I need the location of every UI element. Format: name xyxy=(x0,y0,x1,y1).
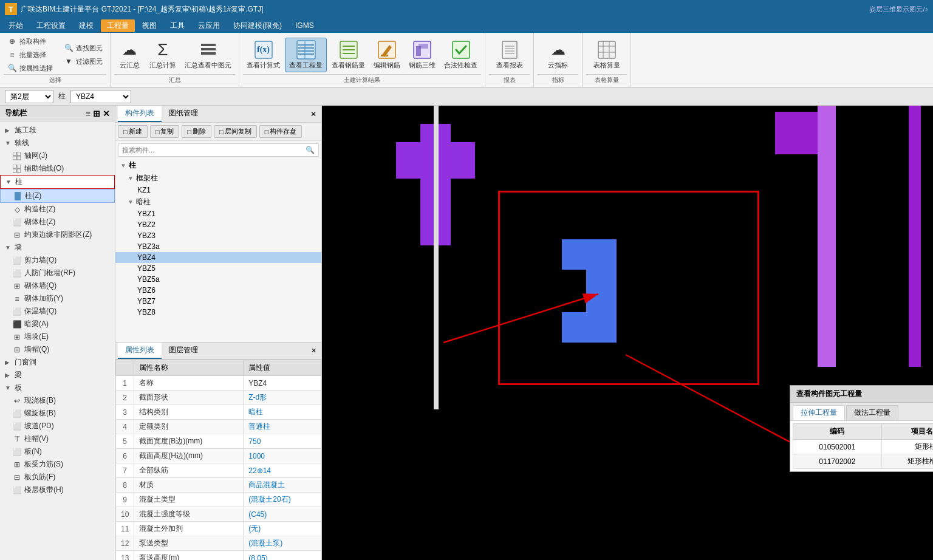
nav-insulation-wall[interactable]: ⬜ 保温墙(Q) xyxy=(0,305,115,318)
prop-value[interactable]: (8.05) xyxy=(244,551,321,561)
comp-item-ybz5[interactable]: YBZ5 xyxy=(115,263,321,274)
comp-item-ybz4[interactable]: YBZ4 xyxy=(115,252,321,263)
cloud-sum-btn[interactable]: ☁ 云汇总 xyxy=(114,38,145,72)
tab-props[interactable]: 属性列表 xyxy=(118,343,162,359)
prop-value[interactable]: 1000 xyxy=(244,449,321,463)
nav-masonry-addon[interactable]: ≡ 砌体加筋(Y) xyxy=(0,292,115,305)
nav-slab-n[interactable]: ⬜ 板(N) xyxy=(0,445,115,458)
nav-axes[interactable]: ▼ 轴线 xyxy=(0,137,115,149)
comp-item-ybz3a[interactable]: YBZ3a xyxy=(115,241,321,252)
nav-bolt-slab[interactable]: ⬜ 螺旋板(B) xyxy=(0,407,115,420)
view-sum-btn[interactable]: 汇总查看中图元 xyxy=(181,38,235,72)
view-formula-btn[interactable]: f(x) 查看计算式 xyxy=(243,38,284,72)
nav-aux-axis[interactable]: 辅助轴线(O) xyxy=(0,162,115,175)
view-rebar-qty-btn[interactable]: 查看钢筋量 xyxy=(328,38,369,72)
nav-hidden-beam[interactable]: ⬛ 暗梁(A) xyxy=(0,318,115,330)
prop-value[interactable]: 商品混凝土 xyxy=(244,478,321,493)
table-calc-btn[interactable]: 表格算量 xyxy=(590,38,624,72)
nav-axis-grid[interactable]: 轴网(J) xyxy=(0,149,115,162)
comp-item-ybz6[interactable]: YBZ6 xyxy=(115,285,321,296)
nav-slab-rebar[interactable]: ⊞ 板受力筋(S) xyxy=(0,458,115,471)
nav-struct-col[interactable]: ◇ 构造柱(Z) xyxy=(0,203,115,216)
nav-masonry-wall[interactable]: ⊞ 砌体墙(Q) xyxy=(0,279,115,292)
nav-edge-col[interactable]: ⊟ 约束边缘非阴影区(Z) xyxy=(0,228,115,241)
comp-item-ybz7[interactable]: YBZ7 xyxy=(115,296,321,307)
menu-view[interactable]: 视图 xyxy=(136,19,163,32)
comp-search-input[interactable] xyxy=(122,146,303,154)
nav-civil-door[interactable]: ⬜ 人防门框墙(RF) xyxy=(0,267,115,279)
comp-cat-col[interactable]: ▼ 柱 xyxy=(115,159,321,172)
layer-select[interactable]: 第2层 xyxy=(5,90,53,103)
comp-subcat-frame[interactable]: ▼ 框架柱 xyxy=(115,172,321,185)
view-eng-qty-btn[interactable]: 查看工程量 xyxy=(285,38,327,72)
ribbon-filter-view[interactable]: ▼ 过滤图元 xyxy=(60,55,106,67)
new-comp-btn[interactable]: □ 新建 xyxy=(118,125,148,138)
comp-subcat-hidden-col[interactable]: ▼ 暗柱 xyxy=(115,196,321,208)
ribbon-prop-select[interactable]: 🔍 按属性选择 xyxy=(4,62,56,74)
nav-col-cap[interactable]: ⊤ 柱帽(V) xyxy=(0,432,115,445)
nav-close-icon[interactable]: ✕ xyxy=(103,109,110,118)
ribbon-find-part[interactable]: 🔍 查找图元 xyxy=(60,42,106,54)
view-report-btn[interactable]: 查看报表 xyxy=(493,38,527,72)
nav-construction[interactable]: ▶ 施工段 xyxy=(0,124,115,137)
nav-lintel[interactable]: ⊞ 墙垛(E) xyxy=(0,330,115,343)
delete-comp-btn[interactable]: □ 删除 xyxy=(182,125,211,138)
prop-value[interactable]: Z-d形 xyxy=(244,391,321,405)
nav-channel[interactable]: ⬜ 坡道(PD) xyxy=(0,420,115,432)
prop-value[interactable]: (混凝土泵) xyxy=(244,536,321,551)
tab-stretch-qty[interactable]: 拉伸工程量 xyxy=(793,405,845,420)
nav-col-z[interactable]: 柱(Z) xyxy=(0,189,115,203)
menu-project-settings[interactable]: 工程设置 xyxy=(30,19,72,32)
ribbon-pick-parts[interactable]: ⊕ 拾取构件 xyxy=(4,35,56,47)
nav-beam[interactable]: ▶ 梁 xyxy=(0,369,115,381)
nav-parapet[interactable]: ⊟ 墙帽(Q) xyxy=(0,343,115,356)
nav-wall[interactable]: ▼ 墙 xyxy=(0,241,115,254)
nav-door-window[interactable]: ▶ 门窗洞 xyxy=(0,356,115,369)
tab-drawing-mgmt[interactable]: 图纸管理 xyxy=(162,106,205,122)
nav-slab-neg[interactable]: ⊟ 板负筋(F) xyxy=(0,471,115,483)
menu-build[interactable]: 建模 xyxy=(73,19,100,32)
nav-masonry-col[interactable]: ⬜ 砌体柱(Z) xyxy=(0,216,115,228)
nav-slab-floor[interactable]: ⬜ 楼层板带(H) xyxy=(0,483,115,496)
comp-item-ybz2[interactable]: YBZ2 xyxy=(115,219,321,230)
nav-grid-icon[interactable]: ⊞ xyxy=(93,109,100,118)
prop-value[interactable]: 750 xyxy=(244,434,321,449)
prop-value[interactable]: 普通柱 xyxy=(244,420,321,434)
close-middle-icon[interactable]: ✕ xyxy=(310,110,316,118)
prop-value[interactable]: 暗柱 xyxy=(244,405,321,420)
comp-name-select[interactable]: YBZ4 xyxy=(70,90,131,103)
comp-item-ybz5a[interactable]: YBZ5a xyxy=(115,274,321,285)
sum-calc-btn[interactable]: Σ 汇总计算 xyxy=(146,38,180,72)
prop-value[interactable]: (C45) xyxy=(244,507,321,522)
comp-item-kz1[interactable]: KZ1 xyxy=(115,185,321,196)
prop-value[interactable]: (混凝土20石) xyxy=(244,493,321,507)
cloud-index-btn[interactable]: ☁ 云指标 xyxy=(543,38,573,72)
save-comp-btn[interactable]: □ 构件存盘 xyxy=(259,125,302,138)
check-validity-btn[interactable]: 合法性检查 xyxy=(440,38,481,72)
tab-comp-list[interactable]: 构件列表 xyxy=(118,106,162,122)
rebar-3d-btn[interactable]: 钢筋三维 xyxy=(405,38,439,72)
comp-item-ybz8[interactable]: YBZ8 xyxy=(115,307,321,318)
comp-item-ybz1[interactable]: YBZ1 xyxy=(115,208,321,219)
tab-method-qty[interactable]: 做法工程量 xyxy=(846,405,898,420)
menu-igms[interactable]: IGMS xyxy=(289,20,320,31)
menu-cloud[interactable]: 云应用 xyxy=(192,19,226,32)
copy-comp-btn[interactable]: □ 复制 xyxy=(150,125,180,138)
close-props-icon[interactable]: ✕ xyxy=(311,347,316,355)
nav-slab[interactable]: ▼ 板 xyxy=(0,381,115,394)
tab-layer-mgmt[interactable]: 图层管理 xyxy=(162,343,205,359)
ribbon-batch-select[interactable]: ≡ 批量选择 xyxy=(4,49,56,61)
edit-rebar-btn[interactable]: 编辑钢筋 xyxy=(370,38,404,72)
menu-collab[interactable]: 协同建模(限免) xyxy=(227,19,288,32)
nav-shear-wall[interactable]: ⬜ 剪力墙(Q) xyxy=(0,254,115,267)
nav-cast-slab[interactable]: ↩ 现浇板(B) xyxy=(0,394,115,407)
menu-engineering-qty[interactable]: 工程量 xyxy=(101,19,135,32)
prop-value[interactable]: YBZ4 xyxy=(244,376,321,391)
floor-copy-btn[interactable]: □ 层间复制 xyxy=(214,125,257,138)
prop-value[interactable]: (无) xyxy=(244,522,321,536)
nav-list-icon[interactable]: ≡ xyxy=(86,109,91,118)
comp-item-ybz3[interactable]: YBZ3 xyxy=(115,230,321,241)
menu-tools[interactable]: 工具 xyxy=(164,19,191,32)
menu-start[interactable]: 开始 xyxy=(2,19,29,32)
nav-column[interactable]: ▼ 柱 xyxy=(0,175,115,189)
